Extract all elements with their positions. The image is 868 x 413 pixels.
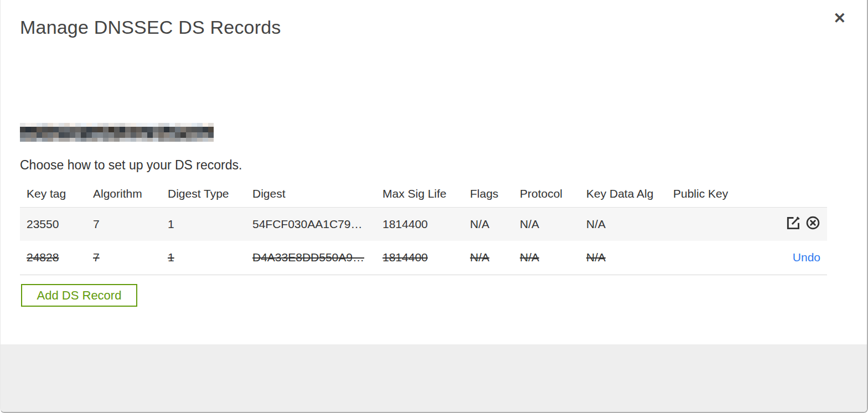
col-header-actions xyxy=(772,180,827,207)
col-header-key-tag: Key tag xyxy=(20,180,86,207)
col-header-protocol: Protocol xyxy=(513,180,580,207)
col-header-flags: Flags xyxy=(463,180,513,207)
page-title: Manage DNSSEC DS Records xyxy=(20,17,281,38)
cell-key-tag: 23550 xyxy=(27,218,59,230)
cell-flags: N/A xyxy=(470,218,489,230)
redacted-domain-name xyxy=(20,123,214,142)
col-header-public-key: Public Key xyxy=(666,180,772,207)
add-ds-record-button[interactable]: Add DS Record xyxy=(21,284,137,307)
cell-flags: N/A xyxy=(470,251,489,264)
modal-footer: Save Cancel xyxy=(1,344,867,412)
cell-algorithm: 7 xyxy=(93,251,100,264)
col-header-digest-type: Digest Type xyxy=(161,180,246,207)
cell-key-tag: 24828 xyxy=(27,251,59,264)
cell-algorithm: 7 xyxy=(93,218,100,230)
cell-max-sig-life: 1814400 xyxy=(383,251,428,264)
cell-digest: D4A33E8DD550A9… xyxy=(252,251,364,264)
table-row-deleted: 24828 7 1 D4A33E8DD550A9… 1814400 N/A N/… xyxy=(20,241,827,275)
delete-record-icon[interactable] xyxy=(805,215,820,233)
cell-protocol: N/A xyxy=(520,218,539,230)
col-header-digest: Digest xyxy=(246,180,376,207)
undo-link[interactable]: Undo xyxy=(793,251,820,264)
intro-text: Choose how to set up your DS records. xyxy=(20,158,242,173)
edit-record-icon[interactable] xyxy=(786,215,801,233)
cell-key-data-alg: N/A xyxy=(586,251,606,264)
cell-key-data-alg: N/A xyxy=(586,218,606,230)
dnssec-modal: Manage DNSSEC DS Records ✕ Choose how to… xyxy=(0,0,868,413)
cell-digest-type: 1 xyxy=(168,218,174,230)
ds-records-table: Key tag Algorithm Digest Type Digest Max… xyxy=(20,180,827,275)
col-header-max-sig-life: Max Sig Life xyxy=(376,180,463,207)
col-header-algorithm: Algorithm xyxy=(86,180,161,207)
close-icon[interactable]: ✕ xyxy=(833,11,846,26)
col-header-key-data-alg: Key Data Alg xyxy=(580,180,666,207)
table-header-row: Key tag Algorithm Digest Type Digest Max… xyxy=(20,180,827,207)
table-row: 23550 7 1 54FCF030AA1C79… 1814400 N/A N/… xyxy=(20,207,827,241)
cell-digest: 54FCF030AA1C79… xyxy=(252,218,362,230)
cell-max-sig-life: 1814400 xyxy=(383,218,428,230)
cell-protocol: N/A xyxy=(520,251,539,264)
cell-digest-type: 1 xyxy=(168,251,174,264)
